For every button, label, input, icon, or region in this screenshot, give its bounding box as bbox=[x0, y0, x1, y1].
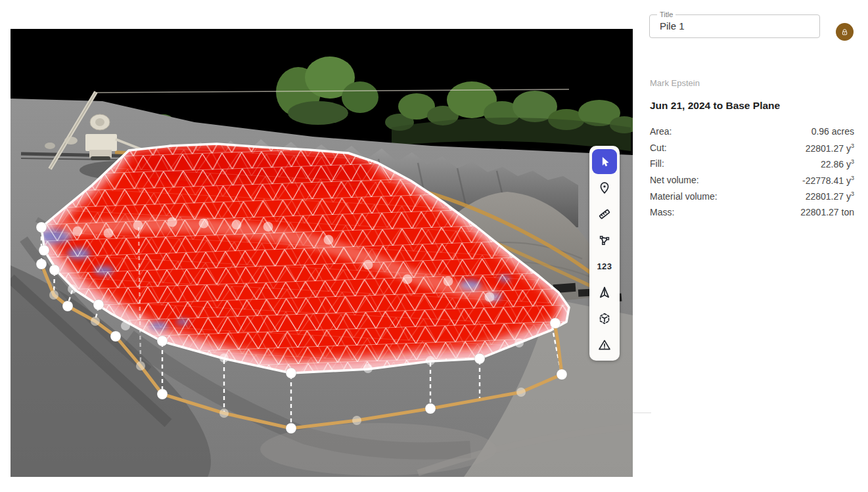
measurement-row: Fill:22.86 y3 bbox=[650, 156, 854, 172]
scene-3d-viewport[interactable] bbox=[11, 29, 633, 477]
measurement-label: Material volume: bbox=[650, 191, 718, 202]
title-input[interactable] bbox=[658, 20, 806, 32]
panel-divider bbox=[633, 413, 651, 413]
title-field[interactable]: Title bbox=[649, 11, 820, 38]
measurement-value: -22778.41 y3 bbox=[802, 175, 854, 186]
3d-model-icon bbox=[597, 311, 612, 326]
comparison-heading: Jun 21, 2024 to Base Plane bbox=[650, 100, 780, 112]
count-123-icon: 123 bbox=[597, 261, 612, 271]
cursor-icon bbox=[597, 154, 612, 169]
measurement-row: Area:0.96 acres bbox=[650, 123, 854, 140]
measurement-label: Net volume: bbox=[650, 175, 699, 185]
lock-button[interactable] bbox=[836, 23, 854, 41]
tool-elevation[interactable] bbox=[592, 280, 617, 305]
title-field-label: Title bbox=[657, 11, 675, 18]
measurement-label: Cut: bbox=[650, 143, 667, 153]
app-window: { "viewer": { "toolbar": { "tools": [ {"… bbox=[0, 0, 868, 492]
measurement-row: Cut:22801.27 y3 bbox=[650, 140, 854, 156]
measurement-label: Area: bbox=[650, 126, 672, 137]
measurement-value: 22801.27 ton bbox=[800, 207, 854, 217]
tool-issue[interactable] bbox=[592, 332, 617, 357]
measurement-row: Net volume:-22778.41 y3 bbox=[650, 172, 854, 189]
tool-select[interactable] bbox=[592, 149, 617, 174]
lock-icon bbox=[840, 24, 850, 41]
details-panel: Title Mark Epstein Jun 21, 2024 to Base … bbox=[639, 0, 868, 492]
tool-measure-area[interactable] bbox=[592, 228, 617, 253]
measurement-label: Mass: bbox=[650, 207, 674, 217]
ruler-icon bbox=[597, 207, 612, 221]
author-name: Mark Epstein bbox=[650, 78, 700, 88]
measurement-value: 22801.27 y3 bbox=[806, 143, 854, 154]
scene-render[interactable] bbox=[11, 29, 633, 477]
measurement-label: Fill: bbox=[650, 158, 664, 169]
area-polygon-icon bbox=[597, 233, 612, 248]
elevation-icon bbox=[597, 285, 612, 300]
measurement-value: 22.86 y3 bbox=[821, 158, 854, 169]
measurement-row: Mass:22801.27 ton bbox=[650, 204, 854, 221]
tool-model-3d[interactable] bbox=[592, 306, 617, 331]
marker-pin-icon bbox=[597, 181, 612, 195]
viewer-toolbar: 123 bbox=[589, 146, 620, 361]
measurement-value: 22801.27 y3 bbox=[806, 190, 854, 202]
tool-count[interactable]: 123 bbox=[592, 254, 617, 279]
tool-measure-distance[interactable] bbox=[592, 202, 617, 227]
warning-icon bbox=[597, 338, 612, 352]
measurement-row: Material volume:22801.27 y3 bbox=[650, 188, 854, 204]
tool-marker[interactable] bbox=[592, 175, 617, 200]
measurement-value: 0.96 acres bbox=[811, 126, 854, 137]
measurement-list: Area:0.96 acresCut:22801.27 y3Fill:22.86… bbox=[650, 123, 854, 221]
